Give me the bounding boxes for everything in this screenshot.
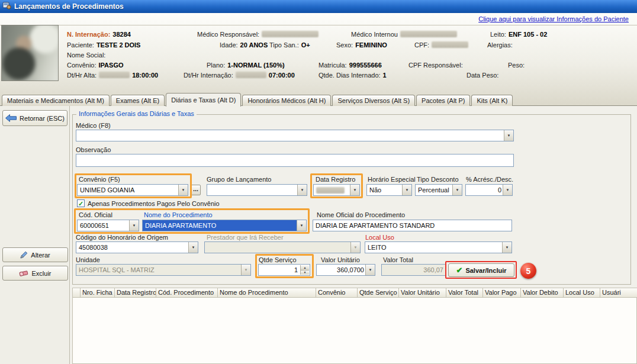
redacted-value [262, 31, 318, 37]
field-dt-hr-alta: Dt/Hr Alta: 18:00:00 [67, 71, 158, 79]
observacao-label: Observação [76, 146, 111, 153]
grid-col-cod-procedimento[interactable]: Cód. Procedimento [156, 288, 218, 298]
prestador-label: Prestador que Irá Receber [207, 234, 284, 241]
valor-total-label: Valor Total [383, 256, 413, 263]
field-leito: Leito: ENF 105 - 02 [490, 30, 547, 38]
field-paciente: Paciente: TESTE 2 DOIS [67, 41, 140, 49]
grid-body-empty[interactable] [72, 298, 637, 364]
alterar-button[interactable]: Alterar [2, 247, 68, 262]
cod-oficial-select[interactable]: 60000651 ▼ [77, 220, 139, 231]
patient-info-link[interactable]: Clique aqui para visualizar Informações … [478, 15, 629, 22]
dropdown-arrow-icon[interactable]: ▼ [402, 185, 411, 195]
observacao-input[interactable] [76, 154, 514, 167]
retornar-button[interactable]: Retornar (ESC) [2, 110, 67, 126]
excluir-button[interactable]: Excluir [2, 266, 68, 281]
dropdown-arrow-icon[interactable]: ▼ [297, 220, 306, 231]
nome-procedimento-select[interactable]: DIARIA APARTAMENTO ▼ [142, 220, 307, 231]
grid-col-valor-unitario[interactable]: Valor Unitário [399, 288, 446, 298]
dropdown-arrow-icon[interactable]: ▼ [504, 130, 513, 141]
salvar-incluir-button[interactable]: ✔ Salvar/Incluir [448, 263, 514, 277]
tab-honorarios-medicos[interactable]: Honorários Médicos (Alt H) [242, 95, 331, 106]
apenas-pagos-checkbox[interactable]: ✓ [77, 199, 85, 207]
eraser-icon [19, 270, 28, 277]
spin-up-icon[interactable]: ▲ [300, 265, 309, 270]
field-cpf-responsavel: CPF Responsável: [408, 61, 463, 69]
dropdown-arrow-icon: ▼ [241, 265, 250, 275]
tab-materiais-medicamentos[interactable]: Materiais e Medicamentos (Alt M) [2, 95, 110, 106]
nome-oficial-label: Nome Oficial do Procedimento [317, 211, 405, 218]
left-sidebar [0, 106, 70, 364]
grid-col-convenio[interactable]: Convênio [316, 288, 358, 298]
acresc-desc-label: % Acrésc./Desc. [466, 176, 513, 183]
valor-unitario-select[interactable]: 360,0700 ▼ [316, 264, 375, 276]
medico-select[interactable]: ▼ [76, 130, 514, 141]
dropdown-arrow-icon[interactable]: ▼ [297, 185, 307, 195]
grid-col-valor-pago[interactable]: Valor Pago [483, 288, 521, 298]
grupo-lancamento-select[interactable]: ▼ [207, 184, 307, 196]
redacted-value [400, 31, 457, 37]
field-alergias: Alergias: [487, 41, 513, 49]
dropdown-arrow-icon[interactable]: ▼ [350, 185, 359, 195]
tipo-desconto-label: Tipo Desconto [417, 176, 459, 183]
cod-honorario-label: Código do Honorário de Origem [76, 234, 168, 241]
group-title: Informações Gerais das Diárias e Taxas [76, 110, 197, 117]
checkmark-icon: ✓ [78, 201, 83, 207]
cod-oficial-label: Cód. Oficial [79, 211, 112, 218]
dropdown-arrow-icon[interactable]: ▼ [502, 242, 511, 253]
field-data-peso: Data Peso: [467, 71, 498, 79]
grid-col-valor-total[interactable]: Valor Total [446, 288, 483, 298]
tab-exames[interactable]: Exames (Alt E) [111, 95, 165, 106]
local-uso-select[interactable]: LEITO ▼ [365, 241, 512, 253]
field-plano: Plano: 1-NORMAL (150%) [207, 61, 285, 69]
field-matricula: Matricula: 999555666 [318, 61, 382, 69]
field-medico-internou: Médico Internou [351, 30, 457, 38]
convenio-select[interactable]: UNIMED GOIANIA ▼ [77, 184, 188, 196]
green-check-icon: ✔ [456, 266, 463, 275]
step-badge: 5 [520, 263, 536, 279]
tab-servicos-diversos[interactable]: Serviços Diversos (Alt S) [332, 95, 415, 106]
horario-especial-select[interactable]: Não ▼ [366, 184, 412, 196]
field-cpf: CPF: [414, 41, 468, 49]
tipo-desconto-select[interactable]: Percentual ▼ [415, 184, 462, 196]
valor-total-field: 360,07 [381, 264, 446, 276]
tab-kits[interactable]: Kits (Alt K) [471, 95, 513, 106]
procedures-window: Lançamentos de Procedimentos Clique aqui… [0, 0, 637, 364]
nome-procedimento-label: Nome do Procedimento [144, 211, 213, 218]
dropdown-arrow-icon[interactable]: ▼ [178, 185, 188, 195]
back-arrow-icon [5, 114, 17, 122]
prestador-select: ▼ [204, 241, 361, 253]
tab-pacotes[interactable]: Pacotes (Alt P) [416, 95, 470, 106]
dropdown-arrow-icon[interactable]: ▼ [503, 185, 512, 195]
field-dt-hr-internacao: Dt/Hr Internação: 07:00:00 [184, 71, 295, 79]
convenio-f5-label: Convênio (F5) [79, 176, 120, 183]
dropdown-arrow-icon[interactable]: ▼ [129, 220, 139, 231]
nome-oficial-input[interactable]: DIARIA DE APARTAMENTO STANDARD [313, 220, 512, 231]
grid-col-indicator[interactable] [72, 288, 81, 298]
redacted-value [99, 72, 130, 78]
pencil-icon [20, 251, 28, 259]
grid-col-local-uso[interactable]: Local Uso [564, 288, 600, 298]
qtde-servico-label: Qtde Serviço [259, 256, 297, 263]
grid-col-valor-debito[interactable]: Valor Debito [521, 288, 564, 298]
dropdown-arrow-icon[interactable]: ▼ [188, 242, 198, 253]
grid-col-usuario[interactable]: Usuári [600, 288, 637, 298]
qtde-servico-stepper[interactable]: 1 ▲▼ [258, 264, 310, 276]
grid-col-qtde-servico[interactable]: Qtde Serviço [358, 288, 399, 298]
acresc-desc-select[interactable]: 0 ▼ [465, 184, 513, 196]
spinner-buttons: ▲▼ [300, 265, 309, 275]
grid-col-nome-procedimento[interactable]: Nome do Procedimento [218, 288, 316, 298]
dropdown-arrow-icon[interactable]: ▼ [365, 265, 375, 275]
grid-col-nro-ficha[interactable]: Nro. Ficha [81, 288, 115, 298]
retornar-label: Retornar (ESC) [20, 115, 65, 122]
spin-down-icon[interactable]: ▼ [300, 270, 309, 275]
grid-col-data-registro[interactable]: Data Registro [115, 288, 156, 298]
tab-diarias-taxas[interactable]: Diárias e Taxas (Alt D) [166, 93, 241, 107]
convenio-browse-button[interactable]: ... [191, 185, 201, 195]
dropdown-arrow-icon[interactable]: ▼ [452, 185, 462, 195]
title-bar: Lançamentos de Procedimentos [0, 0, 637, 13]
cod-honorario-select[interactable]: 45080038 ▼ [76, 241, 198, 253]
data-registro-select[interactable]: ▼ [313, 184, 360, 196]
local-uso-label: Local Uso [365, 234, 394, 241]
unidade-label: Unidade [76, 256, 100, 263]
header-separator [0, 25, 637, 25]
